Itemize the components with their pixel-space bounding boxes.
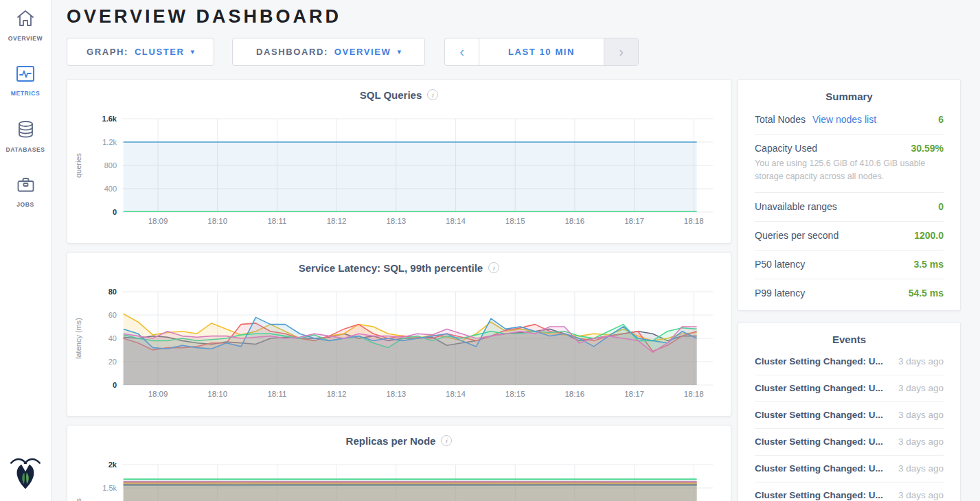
events-panel: Events Cluster Setting Changed: U... 3 d… — [738, 322, 961, 501]
event-row: Cluster Setting Changed: U... 3 days ago — [755, 428, 944, 455]
time-window-prev-button[interactable]: ‹ — [445, 38, 479, 65]
summary-row-unavailable-ranges: Unavailable ranges 0 — [755, 192, 944, 221]
svg-text:18:10: 18:10 — [207, 390, 227, 398]
dashboard-dropdown-label: DASHBOARD: — [256, 47, 328, 57]
event-time: 3 days ago — [898, 490, 944, 500]
svg-text:18:18: 18:18 — [684, 217, 704, 225]
sql-queries-chart: 04008001.2k1.6k18:0918:1018:1118:1218:13… — [73, 108, 725, 233]
svg-text:18:09: 18:09 — [148, 390, 168, 398]
home-icon — [15, 9, 36, 30]
summary-label: Total Nodes — [755, 114, 806, 125]
summary-row-queries-per-second: Queries per second 1200.0 — [755, 221, 944, 250]
sidebar-item-label: METRICS — [11, 90, 40, 97]
summary-panel: Summary Total Nodes View nodes list 6 Ca… — [738, 79, 961, 311]
chart-card-replicas-per-node: Replicas per Node i 00.5k1k1.5k2k18:0918… — [67, 425, 731, 501]
database-icon — [16, 120, 35, 141]
dashboard-dropdown[interactable]: DASHBOARD: OVERVIEW ▾ — [232, 38, 425, 66]
time-window-picker: ‹ LAST 10 MIN › — [444, 38, 639, 66]
info-icon[interactable]: i — [488, 262, 499, 273]
summary-value: 30.59% — [911, 143, 944, 154]
service-latency-chart: 02040608018:0918:1018:1118:1218:1318:141… — [73, 281, 725, 406]
event-row: Cluster Setting Changed: U... 3 days ago — [755, 455, 944, 482]
graph-dropdown[interactable]: GRAPH: CLUSTER ▾ — [67, 38, 214, 66]
summary-row-p99-latency: P99 latency 54.5 ms — [755, 279, 944, 307]
view-nodes-list-link[interactable]: View nodes list — [812, 114, 876, 125]
event-time: 3 days ago — [898, 410, 944, 420]
right-column: Summary Total Nodes View nodes list 6 Ca… — [738, 79, 961, 501]
events-panel-title: Events — [755, 334, 944, 345]
chart-title: SQL Queries — [360, 89, 422, 101]
event-time: 3 days ago — [898, 463, 944, 474]
svg-text:40: 40 — [109, 334, 117, 342]
summary-value: 1200.0 — [914, 230, 944, 241]
sidebar-item-jobs[interactable]: JOBS — [0, 176, 51, 208]
summary-label: Queries per second — [755, 230, 839, 241]
info-icon[interactable]: i — [441, 435, 452, 446]
event-title: Cluster Setting Changed: U... — [755, 490, 883, 500]
chevron-down-icon: ▾ — [190, 48, 194, 56]
svg-text:18:09: 18:09 — [148, 217, 168, 225]
summary-label: P99 latency — [755, 288, 805, 299]
sidebar-item-overview[interactable]: OVERVIEW — [0, 9, 51, 42]
event-title: Cluster Setting Changed: U... — [755, 463, 883, 474]
svg-text:1.5k: 1.5k — [102, 484, 117, 492]
event-title: Cluster Setting Changed: U... — [755, 410, 883, 420]
event-time: 3 days ago — [898, 383, 944, 393]
summary-row-p50-latency: P50 latency 3.5 ms — [755, 250, 944, 279]
svg-text:18:16: 18:16 — [565, 390, 584, 398]
time-window-next-button[interactable]: › — [604, 38, 638, 65]
info-icon[interactable]: i — [427, 89, 438, 100]
svg-text:18:15: 18:15 — [505, 217, 525, 225]
sidebar-item-label: OVERVIEW — [8, 35, 43, 42]
svg-text:18:12: 18:12 — [327, 217, 347, 225]
summary-value: 6 — [938, 114, 944, 125]
svg-text:18:18: 18:18 — [684, 390, 704, 398]
briefcase-icon — [16, 176, 35, 196]
cockroachdb-logo — [10, 453, 41, 493]
summary-label: Unavailable ranges — [755, 201, 837, 212]
svg-text:0: 0 — [113, 208, 117, 216]
svg-text:queries: queries — [74, 152, 82, 178]
sidebar: OVERVIEW METRICS DATABASES — [0, 0, 52, 501]
capacity-description: You are using 125.6 GiB of 410.6 GiB usa… — [755, 157, 944, 183]
event-time: 3 days ago — [898, 436, 944, 447]
graph-dropdown-label: GRAPH: — [87, 47, 128, 57]
chart-title: Service Latency: SQL, 99th percentile — [299, 262, 483, 274]
summary-value: 54.5 ms — [909, 288, 944, 299]
svg-text:800: 800 — [104, 161, 117, 170]
sidebar-item-databases[interactable]: DATABASES — [0, 120, 51, 153]
svg-text:400: 400 — [104, 185, 117, 193]
chevron-down-icon: ▾ — [397, 48, 401, 56]
page-title: OVERVIEW DASHBOARD — [67, 6, 980, 27]
graph-dropdown-value: CLUSTER — [135, 47, 185, 57]
charts-column: SQL Queries i 04008001.2k1.6k18:0918:101… — [67, 79, 731, 501]
sidebar-item-metrics[interactable]: METRICS — [0, 65, 51, 97]
svg-text:latency (ms): latency (ms) — [74, 318, 82, 359]
event-row: Cluster Setting Changed: U... 3 days ago — [755, 482, 944, 501]
summary-panel-title: Summary — [755, 91, 944, 102]
sidebar-item-label: DATABASES — [5, 146, 45, 153]
svg-text:1.6k: 1.6k — [102, 115, 117, 123]
event-title: Cluster Setting Changed: U... — [755, 383, 883, 393]
event-title: Cluster Setting Changed: U... — [755, 436, 883, 447]
summary-value: 0 — [938, 201, 944, 212]
event-row: Cluster Setting Changed: U... 3 days ago — [755, 349, 944, 375]
chart-card-sql-queries: SQL Queries i 04008001.2k1.6k18:0918:101… — [67, 79, 731, 244]
svg-text:18:13: 18:13 — [386, 217, 406, 225]
svg-text:18:11: 18:11 — [267, 390, 286, 398]
time-window-label[interactable]: LAST 10 MIN — [479, 38, 604, 65]
summary-label: Capacity Used — [755, 143, 817, 154]
svg-text:2k: 2k — [109, 461, 117, 469]
svg-text:18:11: 18:11 — [267, 217, 286, 225]
svg-text:replicas: replicas — [74, 498, 82, 501]
svg-text:20: 20 — [109, 358, 117, 366]
summary-row-capacity-used: Capacity Used 30.59% You are using 125.6… — [755, 134, 944, 192]
svg-text:60: 60 — [109, 311, 117, 319]
event-row: Cluster Setting Changed: U... 3 days ago — [755, 401, 944, 428]
svg-text:18:13: 18:13 — [386, 390, 406, 398]
svg-text:18:15: 18:15 — [505, 390, 525, 398]
event-row: Cluster Setting Changed: U... 3 days ago — [755, 375, 944, 401]
controls-row: GRAPH: CLUSTER ▾ DASHBOARD: OVERVIEW ▾ ‹… — [67, 38, 980, 66]
event-title: Cluster Setting Changed: U... — [755, 356, 883, 366]
svg-text:1.2k: 1.2k — [102, 138, 117, 146]
